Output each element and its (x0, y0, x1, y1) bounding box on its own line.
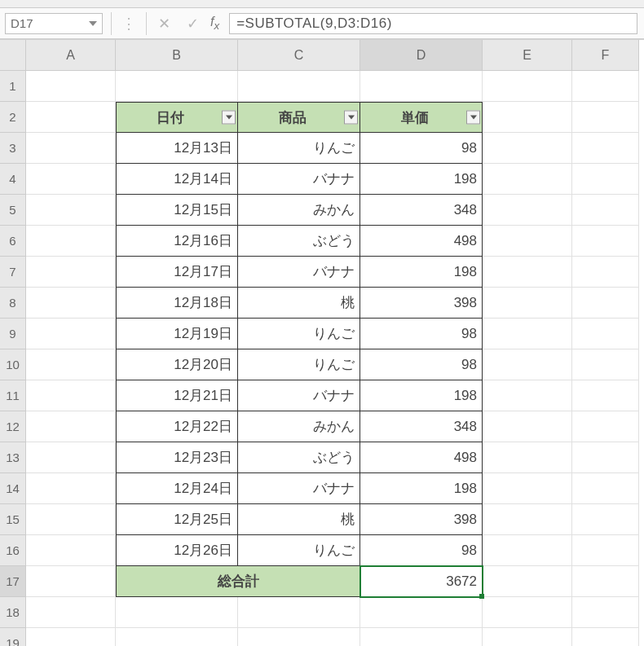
data-cell-B16[interactable]: 12月26日 (116, 535, 238, 566)
data-cell-B13[interactable]: 12月23日 (116, 442, 238, 473)
row-head-1[interactable]: 1 (0, 71, 26, 102)
cell-E6[interactable] (483, 226, 572, 257)
data-cell-B11[interactable]: 12月21日 (116, 380, 238, 411)
total-label[interactable]: 総合計 (116, 566, 360, 597)
cell-D18[interactable] (360, 597, 483, 628)
row-head-11[interactable]: 11 (0, 380, 26, 411)
row-head-9[interactable]: 9 (0, 319, 26, 349)
data-cell-B4[interactable]: 12月14日 (116, 164, 238, 195)
data-cell-C5[interactable]: みかん (238, 195, 360, 226)
cell-F2[interactable] (572, 102, 639, 133)
data-cell-C8[interactable]: 桃 (238, 288, 360, 319)
cell-D1[interactable] (360, 71, 483, 102)
data-cell-D11[interactable]: 198 (360, 380, 483, 411)
cell-F8[interactable] (572, 288, 639, 319)
row-head-6[interactable]: 6 (0, 226, 26, 257)
cell-C19[interactable] (238, 628, 360, 646)
table-header-product[interactable]: 商品 (238, 102, 360, 133)
data-cell-C7[interactable]: バナナ (238, 257, 360, 288)
cell-A15[interactable] (26, 504, 116, 535)
cell-F12[interactable] (572, 411, 639, 442)
cell-A11[interactable] (26, 380, 116, 411)
cell-A1[interactable] (26, 71, 116, 102)
select-all-corner[interactable] (0, 40, 26, 71)
row-head-13[interactable]: 13 (0, 442, 26, 473)
cell-F4[interactable] (572, 164, 639, 195)
data-cell-D6[interactable]: 498 (360, 226, 483, 257)
cell-E8[interactable] (483, 288, 572, 319)
spreadsheet-grid[interactable]: ABCDEF12日付商品単価312月13日りんご98412月14日バナナ1985… (0, 39, 644, 646)
cell-F15[interactable] (572, 504, 639, 535)
col-head-D[interactable]: D (360, 40, 483, 71)
data-cell-C4[interactable]: バナナ (238, 164, 360, 195)
cell-F10[interactable] (572, 349, 639, 380)
cell-D19[interactable] (360, 628, 483, 646)
row-head-10[interactable]: 10 (0, 349, 26, 380)
cancel-icon[interactable]: ✕ (150, 15, 179, 33)
cell-A6[interactable] (26, 226, 116, 257)
data-cell-D5[interactable]: 348 (360, 195, 483, 226)
cell-E17[interactable] (483, 566, 572, 597)
data-cell-D8[interactable]: 398 (360, 288, 483, 319)
cell-B1[interactable] (116, 71, 238, 102)
data-cell-B3[interactable]: 12月13日 (116, 133, 238, 164)
data-cell-D13[interactable]: 498 (360, 442, 483, 473)
row-head-2[interactable]: 2 (0, 102, 26, 133)
cell-A17[interactable] (26, 566, 116, 597)
data-cell-C11[interactable]: バナナ (238, 380, 360, 411)
cell-F5[interactable] (572, 195, 639, 226)
row-head-19[interactable]: 19 (0, 628, 26, 646)
col-head-E[interactable]: E (483, 40, 572, 71)
table-header-price[interactable]: 単価 (360, 102, 483, 133)
data-cell-C10[interactable]: りんご (238, 349, 360, 380)
data-cell-B14[interactable]: 12月24日 (116, 473, 238, 504)
data-cell-C3[interactable]: りんご (238, 133, 360, 164)
cell-A18[interactable] (26, 597, 116, 628)
data-cell-D9[interactable]: 98 (360, 319, 483, 349)
cell-E5[interactable] (483, 195, 572, 226)
cell-E13[interactable] (483, 442, 572, 473)
row-head-14[interactable]: 14 (0, 473, 26, 504)
cell-A2[interactable] (26, 102, 116, 133)
data-cell-B10[interactable]: 12月20日 (116, 349, 238, 380)
cell-F13[interactable] (572, 442, 639, 473)
cell-E18[interactable] (483, 597, 572, 628)
cell-A3[interactable] (26, 133, 116, 164)
cell-F14[interactable] (572, 473, 639, 504)
cell-E4[interactable] (483, 164, 572, 195)
filter-button[interactable] (344, 111, 358, 125)
filter-button[interactable] (466, 111, 480, 125)
row-head-8[interactable]: 8 (0, 288, 26, 319)
data-cell-B15[interactable]: 12月25日 (116, 504, 238, 535)
cell-E11[interactable] (483, 380, 572, 411)
cell-E16[interactable] (483, 535, 572, 566)
col-head-A[interactable]: A (26, 40, 116, 71)
data-cell-C12[interactable]: みかん (238, 411, 360, 442)
cell-C18[interactable] (238, 597, 360, 628)
data-cell-B5[interactable]: 12月15日 (116, 195, 238, 226)
data-cell-B6[interactable]: 12月16日 (116, 226, 238, 257)
cell-E15[interactable] (483, 504, 572, 535)
options-dots-icon[interactable]: ⋮ (115, 16, 143, 31)
cell-F19[interactable] (572, 628, 639, 646)
cell-F16[interactable] (572, 535, 639, 566)
formula-input[interactable]: =SUBTOTAL(9,D3:D16) (229, 13, 637, 34)
data-cell-C15[interactable]: 桃 (238, 504, 360, 535)
data-cell-D14[interactable]: 198 (360, 473, 483, 504)
cell-F17[interactable] (572, 566, 639, 597)
row-head-17[interactable]: 17 (0, 566, 26, 597)
cell-F7[interactable] (572, 257, 639, 288)
data-cell-B9[interactable]: 12月19日 (116, 319, 238, 349)
chevron-down-icon[interactable] (89, 21, 97, 26)
cell-E19[interactable] (483, 628, 572, 646)
cell-A9[interactable] (26, 319, 116, 349)
cell-F3[interactable] (572, 133, 639, 164)
row-head-16[interactable]: 16 (0, 535, 26, 566)
cell-A16[interactable] (26, 535, 116, 566)
data-cell-D4[interactable]: 198 (360, 164, 483, 195)
cell-A5[interactable] (26, 195, 116, 226)
cell-A7[interactable] (26, 257, 116, 288)
data-cell-C13[interactable]: ぶどう (238, 442, 360, 473)
confirm-icon[interactable]: ✓ (179, 15, 207, 33)
col-head-C[interactable]: C (238, 40, 360, 71)
